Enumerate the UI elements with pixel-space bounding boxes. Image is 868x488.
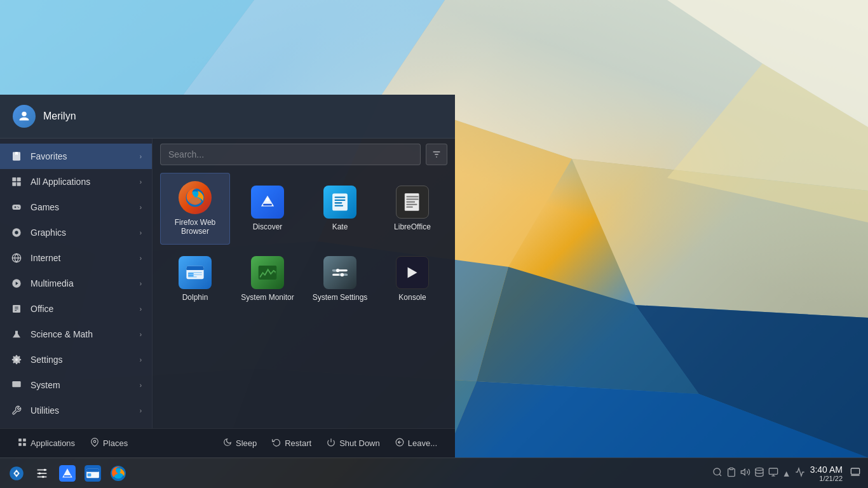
app-libreoffice-label: LibreOffice <box>394 222 431 231</box>
menu-body: Favorites › All Applications › <box>0 139 455 428</box>
app-item-firefox[interactable]: Firefox WebBrowser <box>160 173 230 245</box>
sidebar-item-all-apps[interactable]: All Applications › <box>0 169 152 194</box>
places-icon <box>90 438 99 449</box>
taskbar-firefox-icon[interactable] <box>107 462 130 485</box>
firefox-tb-icon <box>110 465 126 482</box>
taskbar-kde-icon[interactable] <box>5 462 28 485</box>
svg-point-108 <box>756 468 763 470</box>
svg-marker-17 <box>667 64 868 222</box>
footer-restart-btn[interactable]: Restart <box>264 434 319 452</box>
sidebar-item-system-label: System <box>31 380 132 390</box>
svg-rect-79 <box>18 438 22 442</box>
sidebar-item-games[interactable]: Games › <box>0 194 152 220</box>
sidebar-item-internet[interactable]: Internet › <box>0 245 152 271</box>
app-item-system-monitor[interactable]: System Monitor <box>233 247 302 311</box>
tray-expand-icon[interactable]: ▲ <box>782 468 791 478</box>
system-icon <box>10 379 23 391</box>
footer-leave-label: Leave... <box>408 438 437 448</box>
footer-places-btn[interactable]: Places <box>83 434 135 452</box>
app-item-kate[interactable]: Kate <box>305 173 375 245</box>
sidebar-item-science-math-label: Science & Math <box>31 329 132 339</box>
tray-volume-icon[interactable] <box>740 467 750 479</box>
app-item-dolphin[interactable]: Dolphin <box>160 247 230 311</box>
sidebar-item-graphics[interactable]: Graphics › <box>0 220 152 245</box>
footer-leave-btn[interactable]: Leave... <box>388 434 445 452</box>
svg-rect-53 <box>335 200 346 201</box>
chevron-right-icon: › <box>140 204 142 211</box>
tray-clipboard-icon[interactable] <box>726 467 736 479</box>
taskbar-panel-icon[interactable] <box>31 462 53 485</box>
konsole-svg-icon <box>402 262 423 283</box>
svg-rect-55 <box>335 205 344 207</box>
svg-rect-112 <box>851 468 859 474</box>
tray-storage-icon[interactable] <box>754 467 764 479</box>
svg-rect-81 <box>18 443 22 446</box>
sidebar: Favorites › All Applications › <box>0 139 153 428</box>
svg-point-18 <box>22 112 26 116</box>
app-dolphin-label: Dolphin <box>182 293 208 302</box>
svg-point-83 <box>93 440 96 443</box>
sysmonitor-svg-icon <box>257 262 278 283</box>
search-filter-button[interactable] <box>426 144 447 165</box>
dolphin-icon <box>179 256 212 289</box>
svg-rect-59 <box>406 199 418 200</box>
svg-point-88 <box>15 472 18 475</box>
grid-icon <box>10 175 23 188</box>
kate-svg-icon <box>329 191 351 213</box>
sidebar-item-office-label: Office <box>31 304 132 314</box>
libreoffice-svg-icon <box>402 191 423 213</box>
taskbar-clock[interactable]: 3:40 AM 1/21/22 <box>810 464 843 482</box>
tray-monitor-icon[interactable] <box>795 467 805 479</box>
svg-rect-100 <box>86 470 99 471</box>
app-system-settings-label: System Settings <box>313 293 368 302</box>
svg-rect-20 <box>12 177 16 181</box>
sidebar-item-internet-label: Internet <box>31 253 132 263</box>
office-icon <box>10 302 23 315</box>
sidebar-item-system[interactable]: System › <box>0 372 152 398</box>
svg-rect-52 <box>335 197 346 198</box>
taskbar-discover-icon[interactable] <box>56 462 79 485</box>
sidebar-item-settings[interactable]: Settings › <box>0 347 152 372</box>
taskbar-dolphin-icon[interactable] <box>81 462 104 485</box>
sidebar-item-favorites[interactable]: Favorites › <box>0 144 152 169</box>
footer-restart-label: Restart <box>285 438 311 448</box>
globe-icon <box>10 252 23 264</box>
apps-panel: Firefox WebBrowser Discover <box>153 139 455 428</box>
app-item-system-settings[interactable]: System Settings <box>305 247 375 311</box>
footer-applications-btn[interactable]: Applications <box>10 434 83 452</box>
sidebar-item-office[interactable]: Office › <box>0 296 152 322</box>
tray-display-icon[interactable] <box>768 467 778 479</box>
svg-point-28 <box>18 207 19 208</box>
sidebar-item-utilities[interactable]: Utilities › <box>0 398 152 423</box>
leave-icon <box>395 438 404 449</box>
app-item-discover[interactable]: Discover <box>233 173 302 245</box>
app-item-libreoffice[interactable]: LibreOffice <box>377 173 447 245</box>
applications-icon <box>18 438 27 449</box>
footer-sleep-btn[interactable]: Sleep <box>215 434 264 452</box>
sidebar-item-science-math[interactable]: Science & Math › <box>0 322 152 347</box>
svg-point-92 <box>44 468 46 471</box>
chevron-right-icon: › <box>140 255 142 262</box>
filter-icon <box>431 149 442 159</box>
show-desktop-icon[interactable] <box>850 467 860 479</box>
footer-shutdown-btn[interactable]: Shut Down <box>319 434 388 452</box>
app-grid: Firefox WebBrowser Discover <box>158 170 450 313</box>
start-menu: Merilyn Favorites › <box>0 95 455 458</box>
app-item-konsole[interactable]: Konsole <box>377 247 447 311</box>
svg-point-27 <box>17 207 18 207</box>
svg-point-76 <box>341 273 344 276</box>
search-input[interactable] <box>160 144 421 165</box>
svg-marker-11 <box>635 305 868 458</box>
sidebar-item-multimedia[interactable]: Multimedia › <box>0 271 152 296</box>
discover-tb-icon <box>59 465 76 482</box>
footer-shutdown-label: Shut Down <box>339 438 380 448</box>
svg-rect-51 <box>332 194 348 211</box>
chevron-right-icon: › <box>140 229 142 236</box>
chevron-right-icon: › <box>140 407 142 414</box>
svg-point-50 <box>266 198 269 201</box>
svg-rect-40 <box>12 381 20 387</box>
graphics-icon <box>10 226 23 239</box>
multimedia-icon <box>10 277 23 290</box>
svg-rect-60 <box>406 201 415 203</box>
tray-search-icon[interactable] <box>712 467 722 479</box>
